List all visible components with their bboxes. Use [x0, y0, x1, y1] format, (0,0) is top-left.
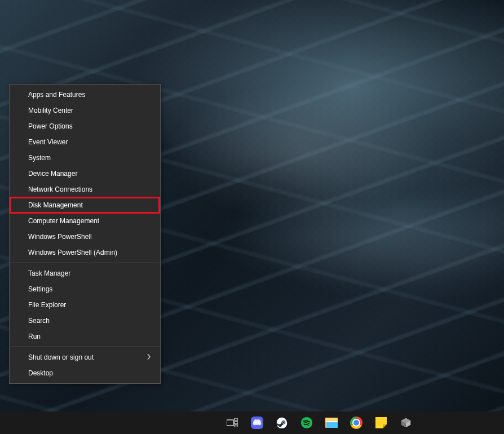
svg-point-6: [282, 422, 284, 423]
discord-icon[interactable]: [250, 416, 264, 429]
menu-item-task-manager[interactable]: Task Manager: [10, 265, 160, 281]
chrome-icon[interactable]: [350, 416, 363, 429]
menu-item-network-connections[interactable]: Network Connections: [10, 181, 160, 197]
menu-item-label: Event Viewer: [28, 138, 68, 146]
menu-item-apps-features[interactable]: Apps and Features: [10, 87, 160, 103]
steam-icon[interactable]: [275, 416, 289, 429]
taskbar-icons: [226, 416, 413, 429]
menu-item-label: Search: [28, 317, 50, 325]
menu-item-label: Windows PowerShell: [28, 233, 92, 241]
sandbox-icon[interactable]: [399, 416, 413, 429]
menu-item-label: Apps and Features: [28, 91, 85, 99]
svg-rect-0: [227, 420, 233, 426]
menu-item-search[interactable]: Search: [10, 313, 160, 329]
menu-item-shutdown[interactable]: Shut down or sign out: [10, 349, 160, 365]
menu-item-file-explorer[interactable]: File Explorer: [10, 297, 160, 313]
menu-item-label: Windows PowerShell (Admin): [28, 249, 117, 256]
menu-item-label: Network Connections: [28, 185, 92, 193]
menu-item-label: Desktop: [28, 369, 53, 377]
menu-item-label: Mobility Center: [28, 107, 73, 114]
menu-item-settings[interactable]: Settings: [10, 281, 160, 297]
menu-item-label: Shut down or sign out: [28, 353, 94, 361]
menu-item-disk-management[interactable]: Disk Management: [10, 197, 160, 214]
chevron-right-icon: [147, 353, 151, 361]
menu-item-power-options[interactable]: Power Options: [10, 118, 160, 134]
menu-item-label: Device Manager: [28, 170, 77, 178]
task-view-icon[interactable]: [226, 416, 239, 429]
menu-separator: [10, 347, 160, 347]
menu-item-label: Computer Management: [28, 217, 99, 225]
menu-item-label: Task Manager: [28, 269, 70, 277]
menu-item-windows-powershell[interactable]: Windows PowerShell: [10, 229, 160, 245]
file-explorer-icon[interactable]: [325, 416, 338, 429]
spotify-icon[interactable]: [300, 416, 313, 429]
menu-item-label: Power Options: [28, 122, 73, 130]
menu-item-label: Disk Management: [28, 201, 83, 209]
menu-item-device-manager[interactable]: Device Manager: [10, 166, 160, 181]
menu-item-computer-management[interactable]: Computer Management: [10, 213, 160, 229]
menu-item-label: File Explorer: [28, 301, 66, 309]
menu-item-desktop[interactable]: Desktop: [10, 365, 160, 381]
menu-item-event-viewer[interactable]: Event Viewer: [10, 134, 160, 150]
menu-item-label: Run: [28, 333, 41, 340]
menu-item-label: Settings: [28, 285, 52, 293]
menu-item-run[interactable]: Run: [10, 329, 160, 344]
sticky-notes-icon[interactable]: [374, 416, 388, 429]
svg-rect-3: [235, 425, 238, 427]
start-context-menu: Apps and Features Mobility Center Power …: [9, 84, 161, 384]
menu-item-windows-powershell-admin[interactable]: Windows PowerShell (Admin): [10, 245, 160, 260]
menu-item-label: System: [28, 154, 51, 162]
menu-separator: [10, 263, 160, 263]
menu-item-mobility-center[interactable]: Mobility Center: [10, 103, 160, 118]
svg-rect-2: [235, 422, 238, 424]
taskbar: [0, 411, 504, 434]
menu-item-system[interactable]: System: [10, 150, 160, 166]
svg-rect-1: [235, 418, 238, 420]
